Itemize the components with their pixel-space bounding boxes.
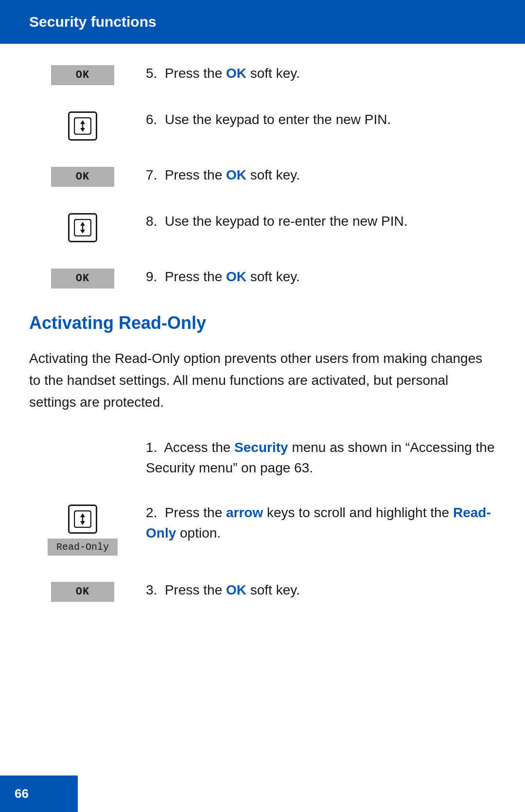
step-row-9: OK 9. Press the OK soft key. <box>29 267 496 289</box>
ok-button-graphic-5: OK <box>51 65 114 85</box>
ro-step-2-before: Press the <box>165 505 226 520</box>
ro-step-1-before: Access the <box>164 440 234 455</box>
ro-step-2-number: 2. <box>146 505 165 520</box>
page-number: 66 <box>15 786 29 801</box>
ro-step-3-icon-area: OK <box>29 580 136 602</box>
header-bar: Security functions <box>0 0 525 44</box>
step-5-number: 5. <box>146 66 165 81</box>
step-5-after: soft key. <box>246 66 300 81</box>
activating-readonly-description: Activating the Read-Only option prevents… <box>29 348 496 413</box>
step-8-text: 8. Use the keypad to re-enter the new PI… <box>136 211 496 232</box>
keypad-scroll-icon-8 <box>68 213 97 242</box>
ok-button-graphic-7: OK <box>51 167 114 187</box>
ro-step-3-ok-link: OK <box>226 582 246 597</box>
ro-step-3-after: soft key. <box>246 582 300 597</box>
step-9-text: 9. Press the OK soft key. <box>136 267 496 287</box>
step-6-content: Use the keypad to enter the new PIN. <box>165 112 391 127</box>
step-7-before: Press the <box>165 167 226 182</box>
step-7-ok-link: OK <box>226 167 246 182</box>
scroll-svg-8 <box>74 219 91 236</box>
ro-step-3-number: 3. <box>146 582 165 597</box>
step-8-content: Use the keypad to re-enter the new PIN. <box>165 214 408 229</box>
readonly-label-graphic: Read-Only <box>48 539 118 556</box>
page-content: OK 5. Press the OK soft key. 6. Use the … <box>0 44 525 685</box>
scroll-svg-6 <box>74 117 91 135</box>
ro-step-1-security-link: Security <box>234 440 288 455</box>
ok-button-graphic-9: OK <box>51 269 114 289</box>
step-8-number: 8. <box>146 214 165 229</box>
ro-step-1-number: 1. <box>146 440 164 455</box>
step-9-before: Press the <box>165 269 226 284</box>
page-footer: 66 <box>0 776 78 812</box>
step-5-icon-area: OK <box>29 63 136 85</box>
step-8-icon-area <box>29 211 136 242</box>
ro-step-3-before: Press the <box>165 582 226 597</box>
step-7-icon-area: OK <box>29 165 136 187</box>
step-7-after: soft key. <box>246 167 300 182</box>
ro-step-row-2: Read-Only 2. Press the arrow keys to scr… <box>29 503 496 556</box>
ro-step-2-arrow-link: arrow <box>226 505 263 520</box>
step-6-icon-area <box>29 109 136 141</box>
ro-step-2-after: option. <box>176 525 221 541</box>
ro-step-2-middle: keys to scroll and highlight the <box>263 505 453 520</box>
step-9-number: 9. <box>146 269 165 284</box>
step-7-number: 7. <box>146 167 165 182</box>
ro-step-2-icon-area: Read-Only <box>29 503 136 556</box>
step-5-before: Press the <box>165 66 226 81</box>
activating-readonly-heading: Activating Read-Only <box>29 313 496 333</box>
ro-step-2-icon-stacked: Read-Only <box>48 505 118 556</box>
step-row-5: OK 5. Press the OK soft key. <box>29 63 496 85</box>
step-5-ok-link: OK <box>226 66 246 81</box>
step-7-text: 7. Press the OK soft key. <box>136 165 496 185</box>
keypad-scroll-icon-6 <box>68 111 97 141</box>
step-row-8: 8. Use the keypad to re-enter the new PI… <box>29 211 496 242</box>
step-5-text: 5. Press the OK soft key. <box>136 63 496 84</box>
ro-step-row-1: 1. Access the Security menu as shown in … <box>29 437 496 478</box>
step-9-icon-area: OK <box>29 267 136 289</box>
step-row-6: 6. Use the keypad to enter the new PIN. <box>29 109 496 141</box>
step-6-number: 6. <box>146 112 165 127</box>
ro-step-2-text: 2. Press the arrow keys to scroll and hi… <box>136 503 496 543</box>
scroll-svg-ro2 <box>74 510 91 528</box>
header-title: Security functions <box>29 14 157 30</box>
ro-step-1-icon-area <box>29 437 136 439</box>
step-row-7: OK 7. Press the OK soft key. <box>29 165 496 187</box>
ok-button-graphic-ro3: OK <box>51 582 114 602</box>
step-9-ok-link: OK <box>226 269 246 284</box>
ro-step-3-text: 3. Press the OK soft key. <box>136 580 496 600</box>
step-6-text: 6. Use the keypad to enter the new PIN. <box>136 109 496 130</box>
step-9-after: soft key. <box>246 269 300 284</box>
ro-step-1-text: 1. Access the Security menu as shown in … <box>136 437 496 478</box>
keypad-scroll-icon-ro2 <box>68 505 97 534</box>
ro-step-row-3: OK 3. Press the OK soft key. <box>29 580 496 602</box>
